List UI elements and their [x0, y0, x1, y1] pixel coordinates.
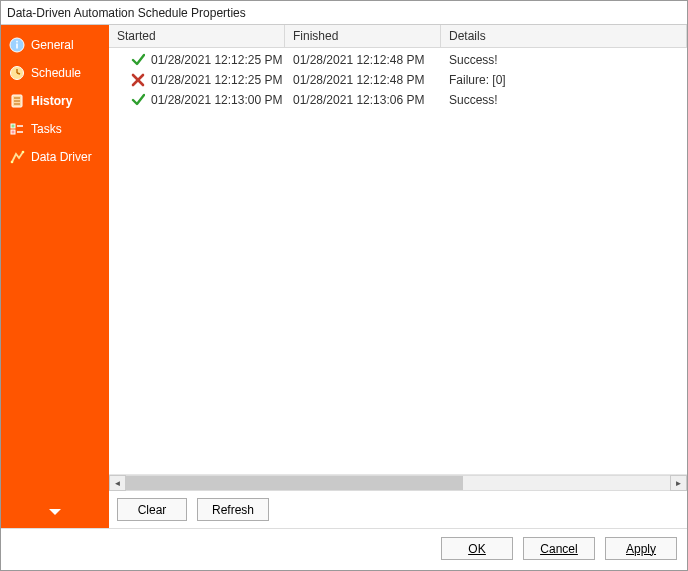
chevron-down-icon [49, 506, 61, 520]
content-pane: Started Finished Details 01/28/2021 12:1… [109, 25, 687, 528]
info-icon [9, 37, 25, 53]
sidebar-item-label: Tasks [31, 122, 62, 136]
svg-marker-16 [49, 509, 61, 515]
svg-point-14 [11, 161, 14, 164]
clock-icon [9, 65, 25, 81]
history-grid-header: Started Finished Details [109, 25, 687, 48]
history-toolbar: Clear Refresh [109, 491, 687, 528]
sidebar-item-general[interactable]: General [1, 31, 109, 59]
clear-button[interactable]: Clear [117, 498, 187, 521]
cell-details: Failure: [0] [441, 71, 687, 89]
svg-rect-11 [11, 130, 15, 134]
sidebar-item-label: History [31, 94, 72, 108]
tasks-icon [9, 121, 25, 137]
cell-finished: 01/28/2021 12:13:06 PM [285, 91, 441, 109]
sidebar-nav: General Schedule History [1, 25, 109, 506]
sidebar-item-label: General [31, 38, 74, 52]
scrollbar-track[interactable] [126, 475, 670, 491]
scrollbar-thumb[interactable] [126, 476, 463, 490]
sidebar-item-data-driver[interactable]: Data Driver [1, 143, 109, 171]
sidebar-item-tasks[interactable]: Tasks [1, 115, 109, 143]
history-grid-body: 01/28/2021 12:12:25 PM 01/28/2021 12:12:… [109, 48, 687, 474]
column-header-details[interactable]: Details [441, 25, 687, 47]
data-driver-icon [9, 149, 25, 165]
history-row[interactable]: 01/28/2021 12:13:00 PM 01/28/2021 12:13:… [109, 90, 687, 110]
book-icon [9, 93, 25, 109]
sidebar-expand-toggle[interactable] [1, 506, 109, 528]
cell-started: 01/28/2021 12:12:25 PM [151, 73, 282, 87]
svg-point-15 [22, 151, 25, 154]
history-row[interactable]: 01/28/2021 12:12:25 PM 01/28/2021 12:12:… [109, 50, 687, 70]
svg-rect-10 [11, 124, 15, 128]
ok-button[interactable]: OK [441, 537, 513, 560]
sidebar-item-label: Data Driver [31, 150, 92, 164]
cell-details: Success! [441, 51, 687, 69]
horizontal-scrollbar[interactable]: ◄ ► [109, 474, 687, 491]
svg-line-5 [17, 73, 20, 74]
dialog-body: General Schedule History [1, 25, 687, 528]
sidebar-item-schedule[interactable]: Schedule [1, 59, 109, 87]
column-header-finished[interactable]: Finished [285, 25, 441, 47]
column-header-started[interactable]: Started [109, 25, 285, 47]
cell-started: 01/28/2021 12:12:25 PM [151, 53, 282, 67]
apply-button[interactable]: Apply [605, 537, 677, 560]
cell-finished: 01/28/2021 12:12:48 PM [285, 71, 441, 89]
cell-started: 01/28/2021 12:13:00 PM [151, 93, 282, 107]
window-title: Data-Driven Automation Schedule Properti… [1, 1, 687, 25]
cell-finished: 01/28/2021 12:12:48 PM [285, 51, 441, 69]
svg-rect-2 [16, 41, 18, 43]
cancel-button[interactable]: Cancel [523, 537, 595, 560]
cell-details: Success! [441, 91, 687, 109]
sidebar-item-history[interactable]: History [1, 87, 109, 115]
refresh-button[interactable]: Refresh [197, 498, 269, 521]
scroll-left-arrow-icon[interactable]: ◄ [109, 475, 126, 491]
dialog-footer: OK Cancel Apply [1, 528, 687, 570]
dialog-window: Data-Driven Automation Schedule Properti… [0, 0, 688, 571]
history-row[interactable]: 01/28/2021 12:12:25 PM 01/28/2021 12:12:… [109, 70, 687, 90]
success-icon [131, 93, 145, 107]
success-icon [131, 53, 145, 67]
failure-icon [131, 73, 145, 87]
sidebar: General Schedule History [1, 25, 109, 528]
scroll-right-arrow-icon[interactable]: ► [670, 475, 687, 491]
svg-rect-1 [16, 44, 18, 49]
sidebar-item-label: Schedule [31, 66, 81, 80]
